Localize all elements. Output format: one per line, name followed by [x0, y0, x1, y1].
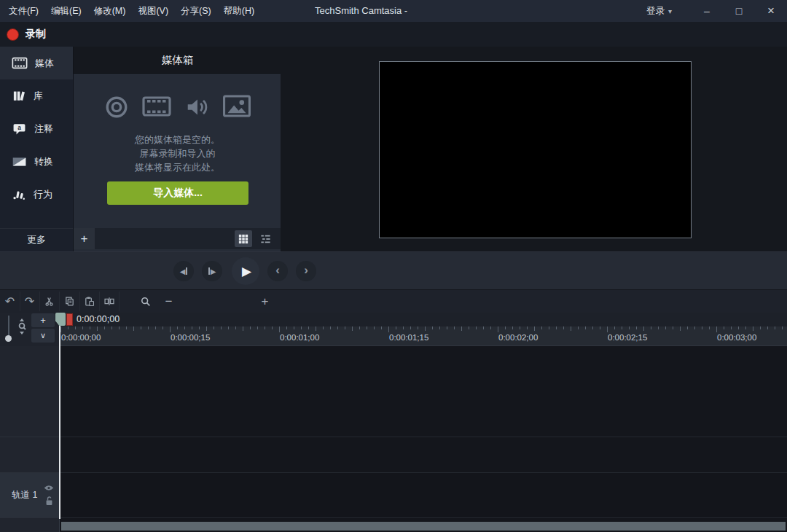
track-gutter — [0, 346, 60, 437]
sidebar-item-label: 媒体 — [35, 57, 54, 70]
record-icon — [7, 28, 19, 41]
play-button[interactable]: ▶ — [232, 257, 259, 285]
timeline-zoom-out-button[interactable]: − — [159, 292, 179, 311]
sidebar-item-label: 行为 — [34, 188, 52, 201]
preview-stage[interactable] — [379, 61, 692, 238]
menu-modify[interactable]: 修改(M) — [94, 5, 126, 17]
ruler-label: 0:00:01;15 — [389, 333, 428, 342]
menu-share[interactable]: 分享(S) — [181, 5, 211, 17]
sidebar-item-label: 注释 — [34, 122, 53, 136]
copy-icon — [64, 296, 75, 307]
ruler-label: 0:00:00;15 — [171, 333, 210, 342]
menu-edit[interactable]: 编辑(E) — [51, 5, 82, 17]
track-gutter — [0, 437, 60, 473]
redo-button[interactable]: ↷ — [20, 292, 40, 311]
recording-icon — [104, 95, 129, 120]
list-view-button[interactable] — [257, 230, 274, 247]
sidebar-item-transitions[interactable]: 转换 — [0, 145, 73, 178]
record-label: 录制 — [26, 28, 46, 41]
undo-icon: ↶ — [5, 294, 15, 308]
jump-forward-button[interactable]: › — [296, 261, 316, 281]
list-view-icon — [260, 234, 271, 244]
import-media-button[interactable]: 导入媒体... — [107, 181, 248, 205]
login-label: 登录 — [646, 5, 665, 17]
play-icon: ▶ — [242, 264, 251, 279]
media-bin-title: 媒体箱 — [162, 53, 194, 67]
timeline-tracks: 轨道 1 — [0, 346, 787, 532]
chevron-right-icon: › — [304, 264, 308, 278]
timeline-zoom-button[interactable] — [136, 292, 155, 311]
split-button[interactable] — [99, 292, 120, 311]
redo-icon: ↷ — [25, 294, 34, 308]
timeline-toolbar: ↶ ↷ − + — [0, 289, 787, 313]
copy-button[interactable] — [60, 292, 80, 311]
caret-down-icon: ▾ — [668, 7, 672, 15]
transition-icon — [12, 156, 27, 168]
cut-button[interactable] — [39, 292, 60, 311]
image-icon — [222, 95, 251, 120]
annotation-icon: a — [12, 122, 27, 136]
menubar: 文件(F) 编辑(E) 修改(M) 视图(V) 分享(S) 帮助(H) — [0, 5, 254, 17]
sidebar: 媒体 库 a 注释 转换 行为 更多 — [0, 47, 73, 251]
track-unlock-icon[interactable] — [45, 496, 53, 506]
library-icon — [12, 89, 26, 103]
playhead-row: 0:00:00;00 — [60, 313, 787, 326]
add-track-button[interactable]: + — [31, 313, 55, 327]
track1-lane[interactable] — [60, 473, 787, 518]
media-bin-empty-icons — [74, 95, 281, 120]
sidebar-item-media[interactable]: 媒体 — [0, 47, 73, 79]
scissors-icon — [44, 296, 55, 307]
track-lane-empty[interactable] — [60, 346, 787, 437]
video-clip-icon — [142, 95, 171, 120]
ruler-label: 0:00:01;00 — [280, 333, 319, 342]
menu-help[interactable]: 帮助(H) — [224, 5, 254, 17]
horizontal-scrollbar[interactable] — [61, 522, 786, 531]
sidebar-item-library[interactable]: 库 — [0, 79, 73, 112]
track-gutter — [0, 518, 60, 532]
import-media-label: 导入媒体... — [153, 187, 203, 200]
step-back-button[interactable]: ◀ — [173, 261, 194, 281]
minimize-button[interactable]: – — [691, 0, 723, 22]
jump-back-button[interactable]: ‹ — [267, 261, 288, 281]
media-bin-empty-text: 您的媒体箱是空的。 屏幕录制和导入的 媒体将显示在此处。 — [74, 133, 281, 174]
login-menu[interactable]: 登录 ▾ — [646, 5, 672, 17]
ruler-labels: 0:00:00;000:00:00;150:00:01;000:00:01;15… — [0, 326, 787, 346]
paste-button[interactable] — [79, 292, 100, 311]
more-label: 更多 — [27, 233, 46, 246]
playhead-out-marker[interactable] — [66, 313, 73, 326]
playhead-line[interactable] — [59, 326, 60, 519]
track1-label: 轨道 1 — [0, 489, 37, 501]
plus-icon: + — [262, 294, 269, 309]
plus-icon: + — [40, 315, 46, 326]
record-button[interactable]: 录制 — [7, 25, 46, 44]
audio-icon — [184, 95, 209, 120]
media-bin-footer: + — [74, 228, 281, 249]
undo-button[interactable]: ↶ — [0, 292, 20, 311]
maximize-button[interactable]: □ — [723, 0, 755, 22]
ruler-label: 0:00:02;00 — [498, 333, 538, 342]
track-visibility-eye-icon[interactable] — [44, 485, 54, 491]
timeline-ruler[interactable]: 0:00:00;000:00:00;150:00:01;000:00:01;15… — [60, 326, 787, 346]
close-button[interactable]: × — [755, 0, 787, 22]
playhead-time: 0:00:00;00 — [77, 314, 120, 324]
track-lane-empty[interactable] — [60, 437, 787, 473]
sidebar-item-annotations[interactable]: a 注释 — [0, 112, 73, 145]
toolbar: 录制 22% ▾ 分享 — [0, 22, 787, 47]
titlebar: 文件(F) 编辑(E) 修改(M) 视图(V) 分享(S) 帮助(H) Tech… — [0, 0, 787, 22]
paste-icon — [84, 296, 95, 307]
ruler-label: 0:00:03;00 — [717, 333, 756, 342]
behavior-icon — [12, 187, 26, 201]
step-forward-button[interactable]: ▶ — [202, 261, 222, 281]
menu-view[interactable]: 视图(V) — [138, 5, 168, 17]
step-forward-icon: ▶ — [208, 267, 216, 275]
menu-file[interactable]: 文件(F) — [9, 5, 39, 17]
split-icon — [103, 296, 115, 307]
grid-view-button[interactable] — [235, 230, 252, 247]
track1-header[interactable]: 轨道 1 — [0, 473, 60, 518]
chevron-left-icon: ‹ — [275, 264, 280, 278]
sidebar-more-button[interactable]: 更多 — [0, 228, 73, 250]
sidebar-item-behaviors[interactable]: 行为 — [0, 178, 73, 211]
add-media-button[interactable]: + — [74, 228, 95, 249]
timeline-zoom-in-button[interactable]: + — [255, 292, 275, 311]
canvas-area — [281, 47, 787, 251]
